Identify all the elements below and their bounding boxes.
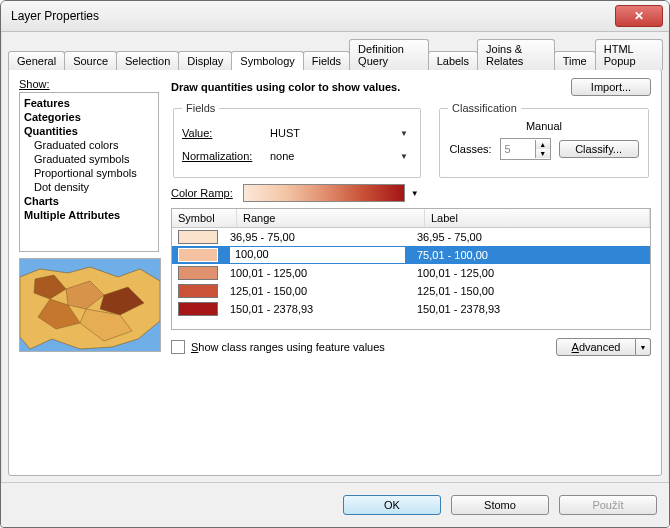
tab-general[interactable]: General: [8, 51, 65, 70]
table-row[interactable]: 150,01 - 2378,93150,01 - 2378,93: [172, 300, 650, 318]
symbol-swatch[interactable]: [178, 266, 218, 280]
label-cell[interactable]: 125,01 - 150,00: [411, 285, 650, 297]
tab-definition-query[interactable]: Definition Query: [349, 39, 429, 70]
classes-value: 5: [501, 143, 535, 155]
normalization-combo[interactable]: none ▼: [266, 146, 412, 166]
import-button[interactable]: Import...: [571, 78, 651, 96]
tab-selection[interactable]: Selection: [116, 51, 179, 70]
tab-fields[interactable]: Fields: [303, 51, 350, 70]
spinner-up-icon[interactable]: ▲: [535, 140, 550, 149]
ok-button[interactable]: OK: [343, 495, 441, 515]
range-cell[interactable]: 36,95 - 75,00: [224, 231, 411, 243]
label-cell[interactable]: 36,95 - 75,00: [411, 231, 650, 243]
col-range[interactable]: Range: [237, 209, 425, 227]
table-row[interactable]: 125,01 - 150,00125,01 - 150,00: [172, 282, 650, 300]
class-grid[interactable]: Symbol Range Label 36,95 - 75,0036,95 - …: [171, 208, 651, 330]
range-cell[interactable]: 150,01 - 2378,93: [224, 303, 411, 315]
dialog-footer: OK Stomo Použít: [1, 482, 669, 527]
range-input[interactable]: 100,00: [230, 247, 405, 263]
col-label[interactable]: Label: [425, 209, 650, 227]
tree-proportional-symbols[interactable]: Proportional symbols: [24, 166, 154, 180]
tabstrip: GeneralSourceSelectionDisplaySymbologyFi…: [8, 38, 662, 69]
chevron-down-icon: ▼: [411, 189, 419, 198]
tree-features[interactable]: Features: [24, 96, 154, 110]
tab-joins-relates[interactable]: Joins & Relates: [477, 39, 555, 70]
value-combo-text: HUST: [270, 127, 390, 139]
chevron-down-icon[interactable]: ▼: [636, 338, 651, 356]
tab-symbology[interactable]: Symbology: [231, 51, 303, 70]
tree-charts[interactable]: Charts: [24, 194, 154, 208]
window-title: Layer Properties: [11, 9, 615, 23]
label-cell[interactable]: 150,01 - 2378,93: [411, 303, 650, 315]
normalization-label: Normalization:: [182, 150, 260, 162]
tree-graduated-colors[interactable]: Graduated colors: [24, 138, 154, 152]
value-label: Value:: [182, 127, 260, 139]
spinner-down-icon[interactable]: ▼: [535, 149, 550, 158]
tab-time[interactable]: Time: [554, 51, 596, 70]
tree-multiple-attributes[interactable]: Multiple Attributes: [24, 208, 154, 222]
tree-categories[interactable]: Categories: [24, 110, 154, 124]
symbol-swatch[interactable]: [178, 284, 218, 298]
show-tree[interactable]: Features Categories Quantities Graduated…: [19, 92, 159, 252]
advanced-button[interactable]: Advanced ▼: [556, 338, 651, 356]
classification-method: Manual: [448, 120, 640, 132]
chevron-down-icon: ▼: [400, 129, 408, 138]
classes-spinner[interactable]: 5 ▲ ▼: [500, 138, 551, 160]
fields-legend: Fields: [182, 102, 219, 114]
grid-body: 36,95 - 75,0036,95 - 75,00100,0075,01 - …: [172, 228, 650, 318]
close-icon: ✕: [634, 10, 644, 22]
color-ramp-label: Color Ramp:: [171, 187, 233, 199]
color-ramp-combo[interactable]: ▼: [243, 184, 419, 202]
tree-graduated-symbols[interactable]: Graduated symbols: [24, 152, 154, 166]
color-ramp-swatch: [243, 184, 405, 202]
tab-html-popup[interactable]: HTML Popup: [595, 39, 663, 70]
range-cell[interactable]: 100,00: [224, 247, 411, 263]
layer-preview: [19, 258, 161, 352]
col-symbol[interactable]: Symbol: [172, 209, 237, 227]
range-cell[interactable]: 125,01 - 150,00: [224, 285, 411, 297]
tab-source[interactable]: Source: [64, 51, 117, 70]
symbol-swatch[interactable]: [178, 302, 218, 316]
table-row[interactable]: 100,01 - 125,00100,01 - 125,00: [172, 264, 650, 282]
classes-label: Classes:: [449, 143, 491, 155]
close-button[interactable]: ✕: [615, 5, 663, 27]
chevron-down-icon: ▼: [400, 152, 408, 161]
preview-map: [20, 259, 160, 351]
symbol-swatch[interactable]: [178, 248, 218, 262]
label-cell[interactable]: 75,01 - 100,00: [411, 249, 650, 261]
tree-dot-density[interactable]: Dot density: [24, 180, 154, 194]
range-cell[interactable]: 100,01 - 125,00: [224, 267, 411, 279]
dialog-body: GeneralSourceSelectionDisplaySymbologyFi…: [1, 32, 669, 482]
show-ranges-label: Show class ranges using feature values: [191, 341, 385, 353]
tab-page-symbology: Show: Features Categories Quantities Gra…: [8, 69, 662, 476]
symbol-swatch[interactable]: [178, 230, 218, 244]
table-row[interactable]: 36,95 - 75,0036,95 - 75,00: [172, 228, 650, 246]
classification-legend: Classification: [448, 102, 521, 114]
show-label: Show:: [19, 78, 159, 90]
apply-button[interactable]: Použít: [559, 495, 657, 515]
classification-group: Classification Manual Classes: 5 ▲ ▼: [439, 102, 649, 178]
value-combo[interactable]: HUST ▼: [266, 123, 412, 143]
layer-properties-dialog: Layer Properties ✕ GeneralSourceSelectio…: [0, 0, 670, 528]
classify-button[interactable]: Classify...: [559, 140, 639, 158]
cancel-button[interactable]: Stomo: [451, 495, 549, 515]
tab-labels[interactable]: Labels: [428, 51, 478, 70]
grid-header: Symbol Range Label: [172, 209, 650, 228]
label-cell[interactable]: 100,01 - 125,00: [411, 267, 650, 279]
fields-group: Fields Value: HUST ▼ Normalization:: [173, 102, 421, 178]
show-ranges-checkbox[interactable]: [171, 340, 185, 354]
panel-heading: Draw quantities using color to show valu…: [171, 81, 571, 93]
titlebar[interactable]: Layer Properties ✕: [1, 1, 669, 32]
normalization-combo-text: none: [270, 150, 390, 162]
tree-quantities[interactable]: Quantities: [24, 124, 154, 138]
table-row[interactable]: 100,0075,01 - 100,00: [172, 246, 650, 264]
tab-display[interactable]: Display: [178, 51, 232, 70]
